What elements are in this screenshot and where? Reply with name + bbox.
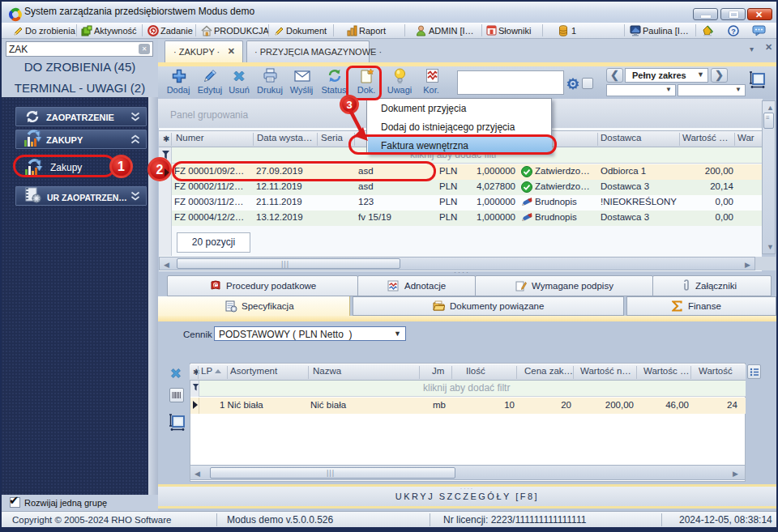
- svg-text:C: C: [213, 283, 217, 288]
- svg-text:?: ?: [731, 28, 736, 36]
